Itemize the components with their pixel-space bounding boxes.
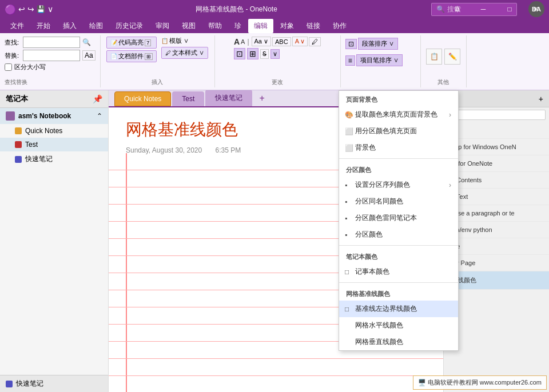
doc-parts-btn[interactable]: 文档部件 bbox=[118, 52, 144, 61]
other-btn-2[interactable]: ✏️ bbox=[444, 49, 460, 65]
menu-history[interactable]: 历史记录 bbox=[110, 19, 149, 33]
tab-test[interactable]: Test bbox=[172, 91, 204, 106]
dd-item-set-section-color[interactable]: ▪ 设置分区序列颜色 › bbox=[339, 177, 458, 193]
menu-bar: 文件 开始 插入 绘图 历史记录 审阅 视图 帮助 珍 编辑 对象 链接 协作 bbox=[0, 18, 549, 33]
font-size-large-btn[interactable]: A bbox=[234, 37, 240, 46]
case-checkbox[interactable] bbox=[5, 63, 12, 71]
test-label: Test bbox=[25, 141, 38, 149]
menu-file[interactable]: 文件 bbox=[5, 19, 30, 33]
dd-item-section-color[interactable]: ▪ 分区颜色 bbox=[339, 226, 458, 243]
dd-extract-arrow: › bbox=[449, 111, 451, 119]
text-style-btn[interactable]: 文本样式 ∨ bbox=[172, 49, 204, 57]
find-replace-label: 查找替换 bbox=[5, 76, 27, 86]
undo-btn[interactable]: ↩ bbox=[18, 5, 25, 14]
right-page-age[interactable]: age bbox=[444, 238, 549, 255]
notebook-expand-icon: ⌃ bbox=[97, 112, 102, 120]
right-page-map[interactable]: Map for Windows OneN bbox=[444, 139, 549, 155]
sidebar-item-fastlearn[interactable]: 快速笔记 bbox=[0, 151, 108, 167]
restore-btn[interactable]: ⧉ bbox=[444, 0, 470, 18]
footer-color-dot bbox=[6, 381, 13, 387]
dd-item-bg-color[interactable]: ⬜ 背景色 bbox=[339, 139, 458, 156]
replace-input[interactable] bbox=[23, 50, 80, 61]
ribbon-paragraph: ⊡ 段落排序 ∨ ≡ 项目笔排序 ∨ bbox=[341, 35, 421, 87]
menu-object[interactable]: 对象 bbox=[274, 19, 300, 33]
menu-link[interactable]: 链接 bbox=[301, 19, 326, 33]
menu-insert[interactable]: 插入 bbox=[57, 19, 82, 33]
highlight-btn[interactable]: 🖊 bbox=[309, 37, 321, 46]
find-input[interactable] bbox=[23, 37, 80, 48]
page-bg-icon[interactable]: ⊡ bbox=[345, 39, 357, 49]
dd-item-fill-section[interactable]: ⬜ 用分区颜色填充页面 bbox=[339, 123, 458, 139]
item-sort-btn[interactable]: 项目笔排序 ∨ bbox=[356, 54, 403, 66]
menu-help[interactable]: 帮助 bbox=[202, 19, 228, 33]
code-highlight-btn[interactable]: 代码高亮 bbox=[118, 38, 144, 47]
dd-notebook-color-icon: □ bbox=[345, 268, 349, 276]
template-btn[interactable]: 模版 ∨ bbox=[169, 37, 189, 45]
font-size-small-btn[interactable]: A bbox=[241, 38, 245, 45]
dd-bg-color-label: 背景色 bbox=[355, 143, 376, 153]
add-notebook-btn[interactable]: 📌 bbox=[93, 94, 102, 103]
menu-view[interactable]: 视图 bbox=[176, 19, 201, 33]
right-page-baseline[interactable]: 准线颜色 bbox=[444, 271, 549, 290]
footer-label: 快速笔记 bbox=[16, 379, 43, 389]
redo-btn[interactable]: ↪ bbox=[27, 5, 34, 14]
close-btn[interactable]: ✕ bbox=[523, 0, 549, 18]
dd-item-same-name-color[interactable]: ▪ 分区同名同颜色 bbox=[339, 193, 458, 210]
right-page-new[interactable]: lew Page bbox=[444, 255, 549, 271]
insert-table-btn[interactable]: ⊞ bbox=[247, 48, 258, 59]
onenote-icon: 🟣 bbox=[5, 4, 16, 15]
font-select-btn[interactable]: Aa ∨ bbox=[252, 37, 272, 46]
right-search-input[interactable] bbox=[459, 111, 543, 118]
code-highlight-icon: 📝 bbox=[110, 39, 117, 46]
indent-decrease-btn[interactable]: ⊡ bbox=[234, 48, 245, 59]
format-btn-a[interactable]: Aa bbox=[82, 50, 96, 61]
font-color-dropdown[interactable]: A ∨ bbox=[292, 37, 308, 46]
menu-home[interactable]: 开始 bbox=[31, 19, 56, 33]
right-page-python[interactable]: /bin/env python bbox=[444, 222, 549, 238]
tab-quicknotes[interactable]: Quick Notes bbox=[114, 91, 171, 106]
right-page-para[interactable]: y use a paragraph or te bbox=[444, 205, 549, 222]
tab-fastlearn[interactable]: 快速笔记 bbox=[205, 90, 252, 106]
minimize-btn[interactable]: ─ bbox=[470, 0, 496, 18]
sidebar-footer[interactable]: 快速笔记 bbox=[0, 375, 108, 392]
quick-access-toolbar: 🟣 ↩ ↪ 💾 ∨ bbox=[5, 4, 53, 15]
dd-item-grid-vertical[interactable]: 网格垂直线颜色 bbox=[339, 334, 458, 350]
dd-bg-color-icon: ⬜ bbox=[345, 144, 353, 152]
strikethrough-btn[interactable]: S̶ bbox=[260, 49, 269, 59]
right-page-nd[interactable]: nd for OneNote bbox=[444, 155, 549, 172]
right-page-contents[interactable]: of Contents bbox=[444, 172, 549, 189]
right-panel-add-btn[interactable]: + bbox=[539, 94, 543, 103]
dd-extract-icon: 🎨 bbox=[345, 111, 353, 119]
other-btn-1[interactable]: 📋 bbox=[426, 49, 442, 65]
list-icon[interactable]: ≡ bbox=[345, 55, 355, 66]
sidebar-item-quicknotes[interactable]: Quick Notes bbox=[0, 124, 108, 138]
dd-item-extract-color[interactable]: 🎨 提取颜色来填充页面背景色 › bbox=[339, 106, 458, 123]
save-btn[interactable]: 💾 bbox=[37, 5, 45, 13]
sidebar-item-test[interactable]: Test bbox=[0, 138, 108, 151]
dd-header-page-bg: 页面背景色 bbox=[339, 91, 458, 106]
notebook-item[interactable]: asm's Notebook ⌃ bbox=[0, 108, 108, 124]
paragraph-sort-btn[interactable]: 段落排序 ∨ bbox=[358, 38, 398, 50]
menu-draw[interactable]: 绘图 bbox=[83, 19, 109, 33]
tab-add-btn[interactable]: + bbox=[253, 90, 270, 106]
right-page-text[interactable]: to Text bbox=[444, 189, 549, 205]
dd-divider-2 bbox=[339, 245, 458, 246]
menu-zhen[interactable]: 珍 bbox=[229, 19, 247, 33]
dd-baseline-left-icon: □ bbox=[345, 305, 349, 313]
menu-cooperate[interactable]: 协作 bbox=[327, 19, 352, 33]
color-fill-btn[interactable]: ∨ bbox=[270, 49, 280, 59]
maximize-btn[interactable]: □ bbox=[496, 0, 523, 18]
dd-header-notebook-color: 笔记本颜色 bbox=[339, 248, 458, 263]
menu-review[interactable]: 审阅 bbox=[150, 19, 175, 33]
dd-item-notebook-color[interactable]: □ 记事本颜色 bbox=[339, 263, 458, 280]
right-page-on[interactable]: on bbox=[444, 122, 549, 139]
insert-group-label: 插入 bbox=[152, 76, 163, 86]
find-search-icon[interactable]: 🔍 bbox=[82, 38, 91, 46]
menu-edit[interactable]: 编辑 bbox=[248, 19, 273, 33]
dd-item-grid-horizontal[interactable]: 网格水平线颜色 bbox=[339, 317, 458, 334]
quick-access-dropdown[interactable]: ∨ bbox=[47, 5, 53, 14]
find-label: 查找: bbox=[5, 38, 21, 47]
dd-item-section-notebook-color[interactable]: ▪ 分区颜色雷同笔记本 bbox=[339, 210, 458, 226]
dd-item-baseline-left[interactable]: □ 基准线左边界线颜色 bbox=[339, 301, 458, 317]
right-search[interactable]: 🔍 bbox=[447, 110, 546, 120]
